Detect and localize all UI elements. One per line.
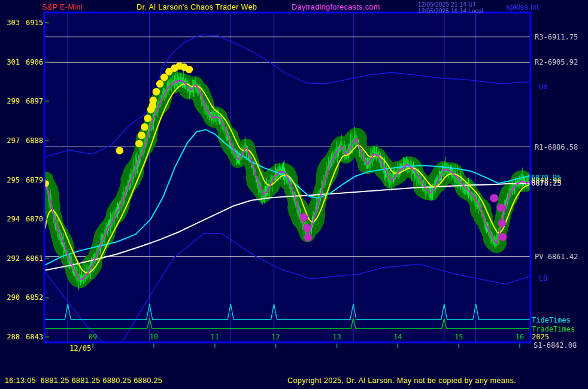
chaos-trader-screen: 3036915301690629968972976888295687929468…	[0, 0, 588, 389]
site-link[interactable]: Daytradingforecasts.com	[292, 3, 380, 11]
top-marker-dot	[141, 123, 148, 131]
lower-band-label: LB	[539, 274, 547, 282]
emini-price-label: 6852	[26, 293, 43, 302]
last-price-label: 6878.25	[531, 179, 562, 187]
copyright-notice: Copyright 2025, Dr. Al Larson. May not b…	[287, 376, 516, 385]
cash-price-label: 303	[7, 19, 20, 27]
bottom-marker-dot	[300, 213, 308, 221]
bottom-marker-dot	[304, 233, 313, 242]
emini-price-label: 6897	[26, 97, 43, 105]
cash-price-label: 295	[7, 176, 20, 184]
top-marker-dot	[150, 96, 157, 104]
top-marker-dot	[156, 80, 164, 88]
page-title: Dr. Al Larson's Chaos Trader Web	[137, 3, 257, 11]
price-chart: 3036915301690629968972976888295687929468…	[0, 0, 588, 389]
hour-label: 13	[332, 333, 341, 341]
left-axis-labels: 3036915301690629968972976888295687929468…	[7, 19, 43, 341]
emini-price-label: 6843	[26, 333, 43, 341]
top-marker-dot	[135, 140, 143, 148]
r2-level-label: R2-6905.92	[535, 58, 578, 66]
bottom-marker-dot	[498, 219, 507, 227]
top-marker-dot	[116, 147, 124, 154]
cash-price-label: 297	[7, 136, 20, 145]
bottom-marker-dot	[490, 194, 498, 202]
top-marker-dot	[186, 66, 193, 74]
hour-label: 15	[454, 333, 463, 341]
hour-label: 10	[150, 333, 158, 341]
right-margin-labels: R3-6911.75R2-6905.92UBR1-6886.58PV-6861.…	[531, 33, 578, 350]
bottom-marker-dot	[499, 233, 507, 241]
r3-level-label: R3-6911.75	[535, 33, 578, 41]
r1-level-label: R1-6886.58	[535, 143, 578, 151]
bottom-marker-dot	[497, 203, 505, 212]
emini-price-label: 6915	[26, 19, 43, 27]
top-marker-dot	[138, 132, 146, 139]
emini-price-label: 6861	[26, 254, 43, 263]
hour-label: 12	[271, 333, 280, 341]
upper-band-label: UB	[539, 83, 547, 91]
tide-times-label: TideTimes	[532, 316, 571, 324]
emini-price-label: 6879	[26, 176, 43, 184]
s1-level-label: S1-6842.08	[534, 341, 577, 350]
symbol-label: S&P E-Mini	[42, 3, 83, 11]
data-file-link[interactable]: spkiss.txt	[506, 3, 539, 11]
hour-label: 16	[516, 333, 524, 341]
top-marker-dot	[153, 88, 160, 96]
top-marker-dot	[144, 114, 151, 122]
emini-price-label: 6906	[26, 58, 43, 66]
cash-price-label: 299	[7, 97, 20, 105]
emini-price-label: 6888	[26, 136, 43, 145]
emini-price-label: 6870	[26, 215, 43, 223]
cash-price-label: 290	[7, 293, 20, 302]
trade-times-label: TradeTimes	[532, 325, 575, 333]
cash-price-label: 301	[7, 58, 20, 66]
cash-price-label: 288	[7, 333, 20, 341]
date-label: 12/05	[69, 344, 91, 352]
cash-price-label: 294	[7, 215, 20, 223]
hour-label: 14	[393, 333, 402, 341]
hour-label: 09	[89, 333, 97, 341]
cash-price-label: 292	[7, 254, 20, 263]
pv-level-label: PV-6861.42	[535, 253, 578, 261]
time-and-sales-status: 16:13:05 6881.25 6881.25 6880.25 6880.25	[5, 376, 162, 385]
hour-label: 11	[210, 333, 219, 341]
utc-time-label: 12/05/2025 21:14 UT	[418, 1, 477, 8]
bottom-marker-dot	[303, 224, 311, 232]
local-time-label: 12/05/2025 16:14 Local	[418, 8, 483, 14]
year-label: 2025	[532, 333, 549, 341]
